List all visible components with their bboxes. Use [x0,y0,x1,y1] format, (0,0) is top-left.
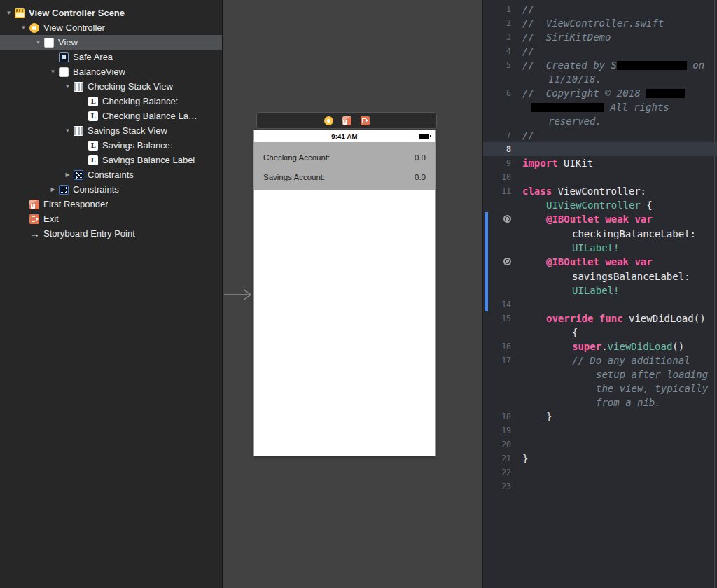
code-text[interactable]: super.viewDidLoad() [511,340,684,354]
line-number-gutter[interactable] [483,198,511,212]
code-text[interactable] [511,298,522,312]
code-line[interactable]: 21} [483,451,717,465]
code-line[interactable]: 10 [483,170,717,184]
disclosure-triangle-icon[interactable]: ▼ [62,127,74,134]
disclosure-triangle-icon[interactable]: ▼ [47,69,59,75]
line-number-gutter[interactable] [483,212,511,227]
outline-item[interactable]: Storyboard Entry Point [0,226,222,241]
code-text[interactable]: UILabel! [511,241,619,255]
code-text[interactable]: class ViewController: [511,184,646,198]
savings-balance-row[interactable]: Savings Account: 0.0 [263,167,426,187]
outline-item[interactable]: Safe Area [0,50,222,64]
code-text[interactable]: override func viewDidLoad() [511,312,706,326]
line-number-gutter[interactable]: 5 [483,58,511,72]
code-text[interactable]: UIViewController { [511,198,653,212]
code-text[interactable]: } [511,451,528,465]
line-number-gutter[interactable]: 21 [483,451,511,465]
code-line[interactable]: 6// Copyright © 2018 [483,86,717,100]
outline-item[interactable]: Checking Balance La… [0,108,222,123]
code-text[interactable] [511,424,522,438]
disclosure-triangle-icon[interactable]: ▼ [62,83,74,90]
line-number-gutter[interactable] [483,241,511,255]
code-line[interactable]: All rights [483,100,717,114]
code-text[interactable]: @IBOutlet weak var [511,255,653,270]
outline-item[interactable]: ▼View Controller [0,20,222,35]
savings-account-label[interactable]: Savings Account: [263,173,325,181]
code-line[interactable]: 11class ViewController: [483,184,717,198]
code-text[interactable]: UILabel! [511,284,619,298]
outline-item[interactable]: ▶Constraints [0,167,222,182]
code-text[interactable] [511,465,522,479]
code-line[interactable]: checkingBalanceLabel: [483,227,717,241]
line-number-gutter[interactable]: 15 [483,312,511,326]
checking-balance-value[interactable]: 0.0 [415,153,426,162]
line-number-gutter[interactable]: 9 [483,156,511,170]
checking-balance-row[interactable]: Checking Account: 0.0 [263,148,426,167]
disclosure-triangle-icon[interactable]: ▶ [62,172,74,178]
code-text[interactable]: // SiriKitDemo [511,30,611,44]
code-text[interactable] [511,438,522,451]
code-line[interactable]: 14 [483,298,717,312]
code-line[interactable]: 3// SiriKitDemo [483,30,717,44]
code-line[interactable]: UILabel! [483,284,717,298]
view-controller-icon[interactable] [324,116,333,125]
code-text[interactable]: checkingBalanceLabel: [511,227,696,241]
line-number-gutter[interactable] [483,382,511,396]
code-line[interactable]: 16super.viewDidLoad() [483,340,717,354]
code-text[interactable]: // [511,2,534,16]
line-number-gutter[interactable]: 17 [483,354,511,368]
code-text[interactable]: from a nib. [511,396,661,410]
outline-item[interactable]: Checking Balance: [0,94,222,108]
outline-item[interactable]: First Responder [0,197,222,211]
code-line[interactable]: 22 [483,465,717,479]
document-outline[interactable]: ▼View Controller Scene▼View Controller▼V… [0,0,223,588]
checking-account-label[interactable]: Checking Account: [263,153,330,162]
outlet-connector-icon[interactable] [503,215,511,223]
code-text[interactable]: // ViewController.swift [511,16,664,30]
line-number-gutter[interactable] [483,368,511,382]
code-text[interactable]: // [511,44,534,58]
line-number-gutter[interactable]: 19 [483,424,511,438]
line-number-gutter[interactable] [483,326,511,340]
line-number-gutter[interactable]: 7 [483,128,511,142]
code-line[interactable]: from a nib. [483,396,717,410]
view-controller-preview[interactable]: 9:41 AM Checking Account: 0.0 Savings Ac… [253,130,436,456]
first-responder-icon[interactable] [342,116,351,125]
line-number-gutter[interactable]: 18 [483,410,511,424]
code-line[interactable]: 23 [483,479,717,493]
code-text[interactable]: the view, typically [511,382,708,396]
code-line[interactable]: 8 [483,142,717,156]
code-line[interactable]: 17// Do any additional [483,354,717,368]
code-line[interactable]: setup after loading [483,368,717,382]
line-number-gutter[interactable]: 22 [483,465,511,479]
line-number-gutter[interactable]: 14 [483,298,511,312]
code-line[interactable]: 1// [483,2,717,16]
code-line[interactable]: 11/10/18. [483,72,717,86]
code-text[interactable]: // [511,128,534,142]
code-line[interactable]: the view, typically [483,382,717,396]
line-number-gutter[interactable] [483,396,511,410]
line-number-gutter[interactable]: 11 [483,184,511,198]
code-text[interactable]: { [511,326,578,340]
line-number-gutter[interactable] [483,100,511,114]
line-number-gutter[interactable]: 1 [483,2,511,16]
line-number-gutter[interactable]: 16 [483,340,511,354]
code-text[interactable]: // Copyright © 2018 [511,86,685,100]
exit-icon[interactable] [361,116,370,125]
line-number-gutter[interactable]: 6 [483,86,511,100]
code-editor[interactable]: 1//2// ViewController.swift3// SiriKitDe… [483,0,717,588]
balance-view[interactable]: Checking Account: 0.0 Savings Account: 0… [254,142,435,190]
disclosure-triangle-icon[interactable]: ▼ [18,24,29,31]
code-line[interactable]: 7// [483,128,717,142]
line-number-gutter[interactable] [483,270,511,284]
ib-canvas[interactable]: 9:41 AM Checking Account: 0.0 Savings Ac… [223,0,483,588]
code-text[interactable]: // Created by S on [511,58,704,72]
outline-item[interactable]: Savings Balance Label [0,153,222,167]
outlet-connector-icon[interactable] [503,258,511,265]
code-text[interactable] [511,142,522,156]
line-number-gutter[interactable]: 20 [483,438,511,451]
code-text[interactable]: import UIKit [511,156,593,170]
code-line[interactable]: 20 [483,438,717,451]
disclosure-triangle-icon[interactable]: ▼ [32,39,44,46]
code-text[interactable]: setup after loading [511,368,708,382]
